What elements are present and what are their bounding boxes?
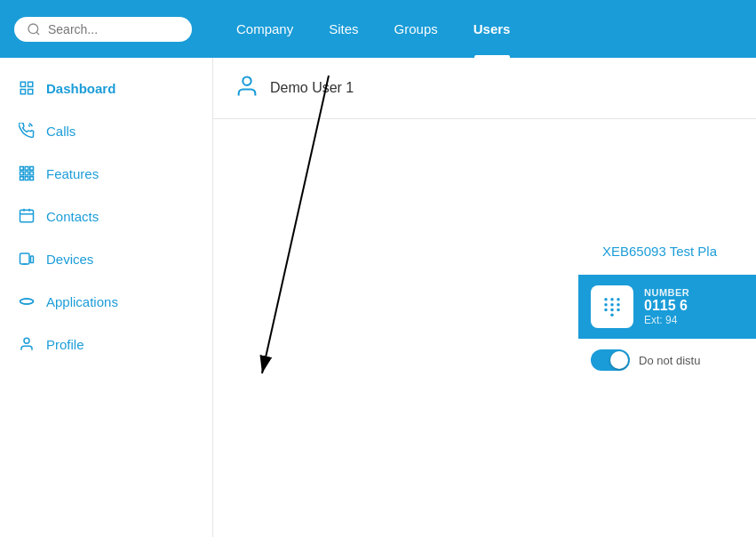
svg-point-31 xyxy=(610,303,614,307)
sidebar-label-dashboard: Dashboard xyxy=(46,81,115,96)
svg-rect-13 xyxy=(25,177,28,180)
svg-point-33 xyxy=(604,309,608,312)
user-name: Demo User 1 xyxy=(270,80,354,96)
number-label: NUMBER xyxy=(644,287,689,298)
sidebar-item-devices[interactable]: Devices xyxy=(0,237,212,280)
svg-point-26 xyxy=(243,77,251,85)
user-header: Demo User 1 xyxy=(213,58,756,119)
sidebar-label-features: Features xyxy=(46,166,99,181)
svg-rect-8 xyxy=(30,167,34,171)
devices-icon xyxy=(18,250,36,268)
sidebar-item-profile[interactable]: Profile xyxy=(0,323,212,365)
tab-users[interactable]: Users xyxy=(456,0,529,58)
profile-icon xyxy=(18,335,36,353)
number-card-header: NUMBER 0115 6 Ext: 94 xyxy=(578,275,756,339)
svg-rect-11 xyxy=(30,172,34,175)
sidebar-label-contacts: Contacts xyxy=(46,209,99,224)
svg-point-35 xyxy=(617,309,620,312)
svg-point-28 xyxy=(610,298,614,301)
sidebar-label-applications: Applications xyxy=(46,294,118,309)
layout: Dashboard Calls xyxy=(0,58,756,537)
svg-point-29 xyxy=(617,298,620,301)
svg-rect-5 xyxy=(28,90,33,94)
number-ext: Ext: 94 xyxy=(644,314,689,326)
dnd-toggle[interactable] xyxy=(591,349,630,371)
svg-rect-7 xyxy=(25,167,28,171)
svg-rect-9 xyxy=(20,172,24,175)
toggle-knob xyxy=(610,351,628,369)
search-input[interactable] xyxy=(48,22,179,36)
features-icon xyxy=(18,164,36,182)
svg-rect-14 xyxy=(30,177,34,180)
svg-point-23 xyxy=(24,338,29,343)
svg-rect-2 xyxy=(20,82,25,86)
svg-point-36 xyxy=(610,314,614,317)
sidebar-item-dashboard[interactable]: Dashboard xyxy=(0,67,212,109)
number-value: 0115 6 xyxy=(644,298,689,314)
plan-text: XEB65093 Test Pla xyxy=(235,244,717,259)
keypad-icon-box xyxy=(591,285,633,328)
dnd-label: Do not distu xyxy=(639,354,700,367)
svg-point-32 xyxy=(617,303,620,307)
user-avatar-icon xyxy=(235,74,259,102)
nav-tabs: Company Sites Groups Users xyxy=(219,0,528,58)
tab-groups[interactable]: Groups xyxy=(377,0,456,58)
sidebar: Dashboard Calls xyxy=(0,58,213,537)
svg-rect-10 xyxy=(25,172,28,175)
sidebar-label-calls: Calls xyxy=(46,124,76,139)
dashboard-icon xyxy=(18,79,36,97)
search-box[interactable] xyxy=(14,17,192,42)
svg-point-30 xyxy=(604,303,608,307)
number-card: NUMBER 0115 6 Ext: 94 Do not distu xyxy=(578,275,756,381)
svg-rect-6 xyxy=(20,167,24,171)
svg-rect-15 xyxy=(20,210,34,222)
search-icon xyxy=(27,22,41,36)
svg-point-34 xyxy=(610,309,614,312)
tab-company[interactable]: Company xyxy=(219,0,311,58)
svg-rect-3 xyxy=(28,82,33,86)
svg-rect-19 xyxy=(20,253,30,264)
content-area: XEB65093 Test Pla xyxy=(213,119,756,277)
tab-sites[interactable]: Sites xyxy=(311,0,376,58)
sidebar-item-features[interactable]: Features xyxy=(0,152,212,195)
svg-rect-12 xyxy=(20,177,24,180)
sidebar-label-devices: Devices xyxy=(46,252,93,267)
sidebar-label-profile: Profile xyxy=(46,337,84,352)
sidebar-item-contacts[interactable]: Contacts xyxy=(0,195,212,237)
svg-point-27 xyxy=(604,298,608,301)
svg-rect-20 xyxy=(31,256,34,263)
applications-icon xyxy=(18,293,36,310)
calls-icon xyxy=(18,122,36,140)
main-content: Demo User 1 XEB65093 Test Pla xyxy=(213,58,756,537)
dnd-row: Do not distu xyxy=(578,339,756,381)
keypad-icon xyxy=(600,294,625,319)
svg-line-1 xyxy=(36,32,39,35)
sidebar-item-calls[interactable]: Calls xyxy=(0,109,212,152)
sidebar-item-applications[interactable]: Applications xyxy=(0,280,212,323)
svg-point-0 xyxy=(28,24,38,34)
number-info: NUMBER 0115 6 Ext: 94 xyxy=(644,287,689,326)
top-bar: Company Sites Groups Users xyxy=(0,0,756,58)
contacts-icon xyxy=(18,207,36,225)
svg-rect-4 xyxy=(20,90,25,94)
